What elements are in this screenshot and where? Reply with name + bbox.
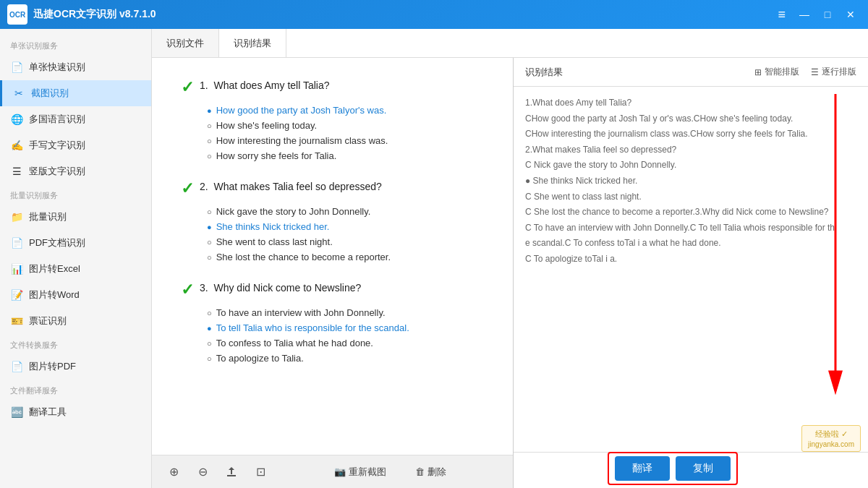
q2-option-3-text: She went to class last night. bbox=[216, 236, 333, 247]
recapture-button[interactable]: 📷 重新截图 bbox=[324, 462, 396, 482]
q2-radio-4: ○ bbox=[207, 253, 212, 262]
q2-option-2: ● She thinks Nick tricked her. bbox=[181, 219, 484, 234]
question-3-text: 3. Why did Nick come to Newsline? bbox=[200, 282, 361, 294]
expand-button[interactable]: ⊡ bbox=[250, 462, 271, 482]
tab-recognize-result[interactable]: 识别结果 bbox=[219, 29, 286, 57]
smart-layout-button[interactable]: ⊞ 智能排版 bbox=[754, 66, 799, 78]
sidebar-item-ticket[interactable]: 🎫 票证识别 bbox=[0, 308, 151, 334]
vertical-icon: ☰ bbox=[10, 165, 23, 178]
sidebar-section-2-label: 批量识别服务 bbox=[0, 184, 151, 204]
smart-layout-label: 智能排版 bbox=[765, 66, 799, 78]
sidebar-item-handwriting-label: 手写文字识别 bbox=[29, 139, 85, 152]
sidebar-item-img-excel[interactable]: 📊 图片转Excel bbox=[0, 256, 151, 282]
q1-radio-1: ● bbox=[207, 106, 212, 115]
titlebar: OCR 迅捷OCR文字识别 v8.7.1.0 ≡ — □ ✕ bbox=[0, 0, 868, 29]
sidebar-item-img-word-label: 图片转Word bbox=[29, 288, 80, 301]
window-controls: — □ ✕ bbox=[794, 4, 861, 25]
menu-icon[interactable]: ≡ bbox=[778, 7, 786, 22]
smart-layout-icon: ⊞ bbox=[754, 67, 762, 77]
q3-radio-1: ○ bbox=[207, 309, 212, 317]
delete-label: 删除 bbox=[427, 466, 446, 479]
q3-option-2: ● To tell Talia who is responsible for t… bbox=[181, 320, 484, 335]
q1-option-4-text: How sorry she feels for Talia. bbox=[216, 150, 337, 161]
q2-option-4-text: She lost the chance to become a reporter… bbox=[216, 252, 391, 262]
watermark: 经验啦 ✓jingyanka.com bbox=[801, 425, 861, 452]
zoom-in-button[interactable]: ⊕ bbox=[163, 462, 184, 482]
sidebar-item-pdf-label: PDF文档识别 bbox=[29, 236, 85, 249]
q2-option-3: ○ She went to class last night. bbox=[181, 234, 484, 249]
q1-option-1-text: How good the party at Josh Talyor's was. bbox=[216, 105, 387, 116]
left-panel: ✓ 1. What does Amy tell Talia? ● How goo… bbox=[152, 58, 514, 488]
share-button[interactable] bbox=[221, 462, 242, 482]
line-layout-icon: ☰ bbox=[811, 67, 819, 77]
q3-option-2-text: To tell Talia who is responsible for the… bbox=[216, 322, 409, 333]
right-panel-header: 识别结果 ⊞ 智能排版 ☰ 逐行排版 bbox=[514, 58, 868, 87]
sidebar-item-screenshot-label: 截图识别 bbox=[31, 87, 69, 100]
recapture-label: 重新截图 bbox=[349, 466, 386, 479]
sidebar-item-img-pdf[interactable]: 📄 图片转PDF bbox=[0, 354, 151, 380]
sidebar-item-handwriting[interactable]: ✍ 手写文字识别 bbox=[0, 132, 151, 158]
sidebar-item-vertical[interactable]: ☰ 竖版文字识别 bbox=[0, 158, 151, 184]
question-1: ✓ 1. What does Amy tell Talia? ● How goo… bbox=[181, 80, 484, 163]
top-tabs: 识别文件 识别结果 bbox=[152, 29, 868, 58]
zoom-out-button[interactable]: ⊖ bbox=[192, 462, 213, 482]
translate-icon: 🔤 bbox=[10, 406, 23, 419]
right-panel: 识别结果 ⊞ 智能排版 ☰ 逐行排版 1.What does Amy tell … bbox=[514, 58, 868, 488]
question-2-text: 2. What makes Talia feel so depressed? bbox=[200, 181, 382, 192]
q1-option-3-text: How interesting the journalism class was… bbox=[216, 135, 388, 146]
sidebar-item-single-quick[interactable]: 📄 单张快速识别 bbox=[0, 54, 151, 80]
sidebar-item-translate-label: 翻译工具 bbox=[29, 406, 67, 419]
line-layout-label: 逐行排版 bbox=[822, 66, 856, 78]
translate-button[interactable]: 翻译 bbox=[615, 456, 670, 481]
handwriting-icon: ✍ bbox=[10, 139, 23, 152]
main-layout: 单张识别服务 📄 单张快速识别 ✂ 截图识别 🌐 多国语言识别 ✍ 手写文字识别… bbox=[0, 29, 868, 488]
q1-option-3: ○ How interesting the journalism class w… bbox=[181, 133, 484, 148]
sidebar-item-ticket-label: 票证识别 bbox=[29, 314, 67, 328]
q1-radio-4: ○ bbox=[207, 152, 212, 160]
app-title: 迅捷OCR文字识别 v8.7.1.0 bbox=[33, 8, 778, 21]
close-button[interactable]: ✕ bbox=[841, 4, 861, 25]
ocr-result-text: 1.What does Amy tell Talia? CHow good th… bbox=[525, 95, 856, 267]
question-3: ✓ 3. Why did Nick come to Newsline? ○ To… bbox=[181, 282, 484, 366]
q2-option-4: ○ She lost the chance to become a report… bbox=[181, 249, 484, 265]
minimize-button[interactable]: — bbox=[794, 4, 814, 25]
line-layout-button[interactable]: ☰ 逐行排版 bbox=[811, 66, 856, 78]
tab-recognize-file[interactable]: 识别文件 bbox=[152, 29, 219, 57]
right-panel-title: 识别结果 bbox=[525, 66, 743, 79]
sidebar-item-batch-label: 批量识别 bbox=[29, 210, 67, 223]
sidebar-item-batch[interactable]: 📁 批量识别 bbox=[0, 204, 151, 230]
delete-button[interactable]: 🗑 删除 bbox=[405, 462, 456, 482]
question-1-header: ✓ 1. What does Amy tell Talia? bbox=[181, 80, 484, 97]
q3-option-3: ○ To confess to Talia what he had done. bbox=[181, 335, 484, 351]
q3-option-1: ○ To have an interview with John Donnell… bbox=[181, 305, 484, 320]
maximize-button[interactable]: □ bbox=[817, 4, 838, 25]
question-2: ✓ 2. What makes Talia feel so depressed?… bbox=[181, 181, 484, 265]
action-buttons-group: 翻译 复制 bbox=[608, 452, 738, 485]
left-toolbar: ⊕ ⊖ ⊡ 📷 重新截图 🗑 删除 bbox=[152, 455, 513, 488]
right-panel-bottom: 经验啦 ✓jingyanka.com 翻译 复制 bbox=[514, 452, 868, 488]
q2-radio-2: ● bbox=[207, 223, 212, 231]
img-pdf-icon: 📄 bbox=[10, 360, 23, 373]
camera-icon: 📷 bbox=[334, 466, 346, 477]
sidebar: 单张识别服务 📄 单张快速识别 ✂ 截图识别 🌐 多国语言识别 ✍ 手写文字识别… bbox=[0, 29, 152, 488]
q2-radio-1: ○ bbox=[207, 207, 212, 216]
sidebar-item-img-pdf-label: 图片转PDF bbox=[29, 360, 76, 373]
sidebar-item-translate[interactable]: 🔤 翻译工具 bbox=[0, 399, 151, 425]
checkmark-2: ✓ bbox=[181, 179, 194, 198]
sidebar-item-img-word[interactable]: 📝 图片转Word bbox=[0, 282, 151, 308]
content-area: 识别文件 识别结果 ✓ 1. What does Amy tell Talia? bbox=[152, 29, 868, 488]
q3-radio-3: ○ bbox=[207, 339, 212, 348]
sidebar-item-img-excel-label: 图片转Excel bbox=[29, 262, 80, 275]
ticket-icon: 🎫 bbox=[10, 314, 23, 328]
left-panel-content: ✓ 1. What does Amy tell Talia? ● How goo… bbox=[152, 58, 513, 455]
sidebar-item-multilang[interactable]: 🌐 多国语言识别 bbox=[0, 106, 151, 132]
q2-option-1: ○ Nick gave the story to John Donnelly. bbox=[181, 204, 484, 219]
q1-radio-3: ○ bbox=[207, 137, 212, 145]
img-word-icon: 📝 bbox=[10, 288, 23, 301]
screenshot-icon: ✂ bbox=[12, 87, 25, 100]
multilang-icon: 🌐 bbox=[10, 113, 23, 126]
copy-button[interactable]: 复制 bbox=[676, 456, 731, 481]
sidebar-item-screenshot[interactable]: ✂ 截图识别 bbox=[0, 80, 151, 106]
sidebar-item-pdf[interactable]: 📄 PDF文档识别 bbox=[0, 230, 151, 256]
q1-radio-2: ○ bbox=[207, 121, 212, 130]
